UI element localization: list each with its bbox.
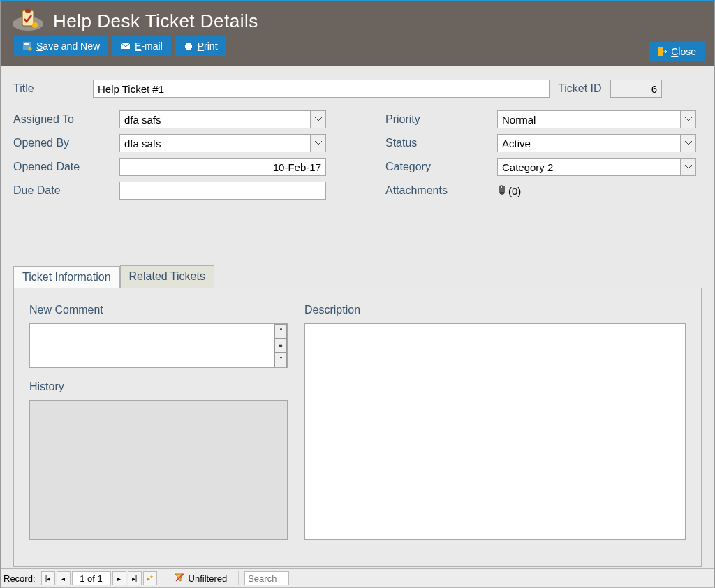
- chevron-down-icon[interactable]: [680, 159, 695, 175]
- status-input[interactable]: [498, 135, 680, 152]
- record-label: Record:: [3, 573, 36, 584]
- record-search-input[interactable]: [244, 571, 289, 585]
- print-icon: [184, 41, 193, 51]
- door-icon: [657, 47, 667, 57]
- first-record-button[interactable]: |◂: [41, 571, 55, 585]
- window-header: Help Desk Ticket Details Save and New E-…: [1, 1, 714, 66]
- filter-icon[interactable]: [175, 573, 184, 585]
- attachments-value[interactable]: (0): [497, 184, 521, 198]
- record-position-input[interactable]: [72, 571, 111, 585]
- separator: [238, 571, 239, 585]
- print-button[interactable]: Print: [175, 36, 226, 56]
- opened-by-label: Opened By: [13, 137, 119, 149]
- separator: [163, 571, 163, 585]
- email-button[interactable]: E-mail: [112, 36, 171, 56]
- mail-icon: [121, 41, 131, 51]
- spin-up-button[interactable]: ˄: [274, 324, 287, 339]
- description-label: Description: [304, 304, 686, 316]
- title-input[interactable]: [93, 80, 550, 98]
- spin-mid-button[interactable]: ≡: [274, 339, 287, 353]
- new-comment-textarea[interactable]: [30, 324, 274, 367]
- opened-date-label: Opened Date: [13, 161, 119, 173]
- paperclip-icon: [497, 184, 507, 198]
- form-area: Title Ticket ID Assigned To Opened By: [1, 66, 714, 210]
- assigned-to-label: Assigned To: [13, 113, 119, 126]
- description-box[interactable]: [304, 323, 686, 540]
- priority-combo[interactable]: [497, 110, 696, 128]
- opened-by-combo[interactable]: [119, 134, 326, 152]
- assigned-to-input[interactable]: [120, 111, 310, 128]
- page-title: Help Desk Ticket Details: [53, 10, 258, 32]
- close-button[interactable]: Close: [649, 42, 705, 61]
- prev-record-button[interactable]: ◂: [57, 571, 71, 585]
- new-comment-label: New Comment: [29, 304, 288, 316]
- last-record-button[interactable]: ▸|: [128, 571, 142, 585]
- clipboard-icon: [11, 8, 45, 34]
- filter-state: Unfiltered: [189, 573, 228, 584]
- category-input[interactable]: [498, 159, 680, 175]
- ticket-id-label: Ticket ID: [558, 82, 610, 95]
- tab-body: New Comment ˄ ≡ ˅ History Description: [13, 288, 702, 567]
- attachments-count: (0): [508, 185, 521, 197]
- tab-ticket-information[interactable]: Ticket Information: [13, 266, 120, 288]
- chevron-down-icon[interactable]: [310, 135, 325, 152]
- svg-rect-9: [186, 43, 191, 45]
- chevron-down-icon[interactable]: [680, 111, 695, 128]
- priority-label: Priority: [385, 113, 497, 126]
- title-label: Title: [13, 82, 93, 95]
- priority-input[interactable]: [498, 111, 680, 128]
- next-record-button[interactable]: ▸: [112, 571, 126, 585]
- new-comment-field[interactable]: ˄ ≡ ˅: [29, 323, 288, 368]
- svg-rect-2: [25, 9, 31, 13]
- record-navigation-bar: Record: |◂ ◂ ▸ ▸| ▸* Unfiltered: [1, 568, 714, 588]
- chevron-down-icon[interactable]: [310, 111, 325, 128]
- status-label: Status: [385, 137, 497, 149]
- category-combo[interactable]: [497, 158, 696, 176]
- svg-point-6: [29, 47, 32, 51]
- svg-rect-10: [186, 47, 191, 50]
- opened-date-input[interactable]: [119, 158, 326, 176]
- save-and-new-button[interactable]: Save and New: [14, 36, 108, 56]
- due-date-input[interactable]: [119, 182, 326, 200]
- tab-area: Ticket Information Related Tickets New C…: [13, 265, 702, 567]
- history-box: [29, 400, 288, 540]
- svg-rect-11: [658, 47, 663, 56]
- assigned-to-combo[interactable]: [119, 110, 326, 128]
- svg-rect-5: [24, 43, 29, 45]
- save-icon: [22, 41, 32, 51]
- svg-rect-1: [22, 10, 34, 26]
- tab-related-tickets[interactable]: Related Tickets: [120, 265, 214, 288]
- due-date-label: Due Date: [13, 184, 119, 197]
- history-label: History: [29, 381, 288, 393]
- toolbar: Save and New E-mail Print: [11, 36, 704, 56]
- attachments-label: Attachments: [385, 184, 497, 197]
- status-combo[interactable]: [497, 134, 696, 152]
- svg-point-3: [32, 22, 38, 28]
- spin-down-button[interactable]: ˅: [274, 353, 287, 367]
- opened-by-input[interactable]: [120, 135, 310, 152]
- category-label: Category: [385, 161, 497, 173]
- chevron-down-icon[interactable]: [680, 135, 695, 152]
- new-record-button[interactable]: ▸*: [143, 571, 157, 585]
- ticket-id-value: [610, 80, 662, 98]
